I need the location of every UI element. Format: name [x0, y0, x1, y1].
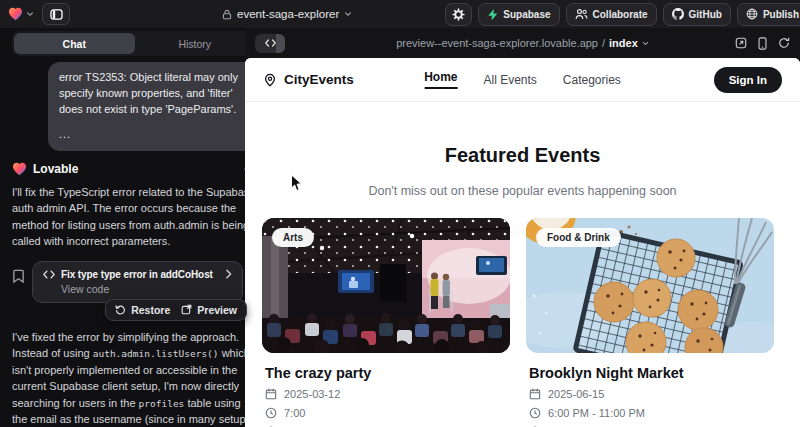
preview-toolbar: preview--event-saga-explorer.lovable.app… — [245, 28, 800, 58]
nav-all-events[interactable]: All Events — [483, 73, 536, 87]
chat-panel: Chat History error TS2353: Object litera… — [0, 28, 269, 427]
code-toggle-icon — [265, 39, 276, 47]
fix-card-title: Fix type type error in addCoHost — [61, 269, 219, 280]
chevron-down-icon — [642, 40, 649, 47]
preview-url[interactable]: preview--event-saga-explorer.lovable.app… — [245, 37, 800, 49]
github-button[interactable]: GitHub — [663, 3, 731, 26]
action-toolbar: Restore Preview — [105, 299, 247, 321]
event-date-row: 2025-03-12 — [265, 388, 507, 400]
chevron-right-icon — [225, 269, 232, 279]
preview-label: Preview — [197, 304, 237, 316]
user-message-ellipsis: ... — [59, 127, 246, 143]
publish-label: Publish — [763, 9, 799, 20]
mobile-view-icon[interactable] — [758, 37, 767, 50]
event-cards: Arts The crazy party 2025-03-12 — [245, 218, 800, 427]
view-code-link[interactable]: View code — [61, 283, 232, 295]
code-view-toggle[interactable] — [255, 34, 285, 53]
gear-icon — [452, 8, 465, 21]
chevron-down-icon — [26, 10, 34, 18]
tab-history[interactable]: History — [135, 33, 256, 54]
preview-pane: preview--event-saga-explorer.lovable.app… — [245, 28, 800, 427]
fix-card-row: Fix type type error in addCoHost View co… — [12, 261, 257, 303]
clock-icon — [265, 407, 277, 419]
settings-button[interactable] — [445, 3, 472, 26]
clock-icon — [529, 407, 541, 419]
event-title: The crazy party — [265, 365, 507, 381]
assistant-message-result: I've fixed the error by simplifying the … — [12, 329, 257, 427]
panel-left-icon — [50, 9, 63, 20]
chevron-down-icon — [344, 10, 352, 18]
tab-chat[interactable]: Chat — [14, 33, 135, 54]
chat-tabs: Chat History — [12, 31, 257, 56]
toggle-sidebar-button[interactable] — [42, 3, 70, 25]
map-pin-icon — [263, 73, 277, 87]
event-time-row: 6:00 PM - 11:00 PM — [529, 407, 771, 419]
globe-icon — [746, 8, 758, 20]
event-date-row: 2025-06-15 — [529, 388, 771, 400]
preview-toolbar-actions — [735, 37, 790, 50]
url-page: index — [609, 37, 638, 49]
assistant-header: Lovable ⋯ — [12, 162, 257, 176]
calendar-icon — [529, 388, 541, 400]
site-nav: Home All Events Categories — [424, 70, 621, 89]
category-badge: Arts — [272, 228, 314, 247]
signin-button[interactable]: Sign In — [714, 67, 782, 93]
assistant-name: Lovable — [33, 162, 78, 176]
nav-categories[interactable]: Categories — [563, 73, 621, 87]
section-subtitle: Don't miss out on these popular events h… — [245, 184, 800, 198]
restore-button[interactable]: Restore — [115, 304, 170, 316]
inline-code-listusers: auth.admin.listUsers() — [93, 348, 219, 359]
bookmark-icon[interactable] — [12, 269, 25, 284]
user-message-text: error TS2353: Object literal may only sp… — [59, 70, 246, 118]
calendar-icon — [265, 388, 277, 400]
lovable-logo-icon — [8, 7, 23, 21]
lovable-heart-icon — [12, 162, 27, 176]
event-date: 2025-06-15 — [548, 388, 604, 400]
event-card-brooklyn-market[interactable]: Food & Drink Brooklyn Night Market 2025-… — [526, 218, 774, 427]
message-actions: Restore Preview — [12, 299, 247, 321]
event-card-crazy-party[interactable]: Arts The crazy party 2025-03-12 — [262, 218, 510, 427]
nav-home[interactable]: Home — [424, 70, 457, 89]
refresh-icon[interactable] — [778, 37, 790, 49]
collaborate-icon — [575, 8, 588, 20]
topbar-left — [8, 3, 70, 25]
supabase-button[interactable]: Supabase — [478, 3, 559, 26]
event-title: Brooklyn Night Market — [529, 365, 771, 381]
event-card-body: The crazy party 2025-03-12 7:00 — [262, 353, 510, 427]
supabase-icon — [487, 9, 498, 20]
preview-icon — [181, 304, 192, 315]
event-time: 6:00 PM - 11:00 PM — [548, 407, 645, 419]
open-new-window-icon[interactable] — [735, 37, 747, 49]
fix-card[interactable]: Fix type type error in addCoHost View co… — [32, 261, 243, 303]
section-title: Featured Events — [245, 144, 800, 167]
brand-name: CityEvents — [284, 72, 354, 87]
event-date: 2025-03-12 — [284, 388, 340, 400]
url-separator: / — [602, 37, 605, 49]
restore-label: Restore — [131, 304, 170, 316]
code-icon — [43, 270, 55, 279]
event-card-body: Brooklyn Night Market 2025-06-15 6:00 P — [526, 353, 774, 427]
fix-card-header: Fix type type error in addCoHost — [43, 269, 232, 280]
supabase-label: Supabase — [503, 9, 550, 20]
assistant-message-intro: I'll fix the TypeScript error related to… — [12, 184, 257, 250]
category-badge: Food & Drink — [536, 228, 621, 247]
lock-icon — [222, 9, 232, 20]
topbar-actions: Supabase Collaborate GitHub Publish — [445, 3, 800, 26]
preview-button[interactable]: Preview — [181, 304, 237, 316]
restore-icon — [115, 304, 126, 315]
site-brand[interactable]: CityEvents — [263, 72, 354, 87]
topbar: event-saga-explorer Supabase — [0, 0, 800, 28]
collaborate-button[interactable]: Collaborate — [566, 3, 657, 26]
lovable-editor: event-saga-explorer Supabase — [0, 0, 800, 427]
event-time-row: 7:00 — [265, 407, 507, 419]
github-label: GitHub — [689, 9, 722, 20]
publish-button[interactable]: Publish — [737, 3, 800, 26]
project-switcher[interactable]: event-saga-explorer — [222, 0, 352, 28]
project-name: event-saga-explorer — [237, 8, 339, 20]
event-image-cookies: Food & Drink — [526, 218, 774, 353]
url-host: preview--event-saga-explorer.lovable.app — [396, 37, 598, 49]
user-message-bubble: error TS2353: Object literal may only sp… — [48, 62, 257, 151]
inline-code-profiles: profiles — [139, 398, 185, 409]
github-icon — [672, 8, 684, 20]
lovable-logo-menu[interactable] — [8, 7, 34, 21]
